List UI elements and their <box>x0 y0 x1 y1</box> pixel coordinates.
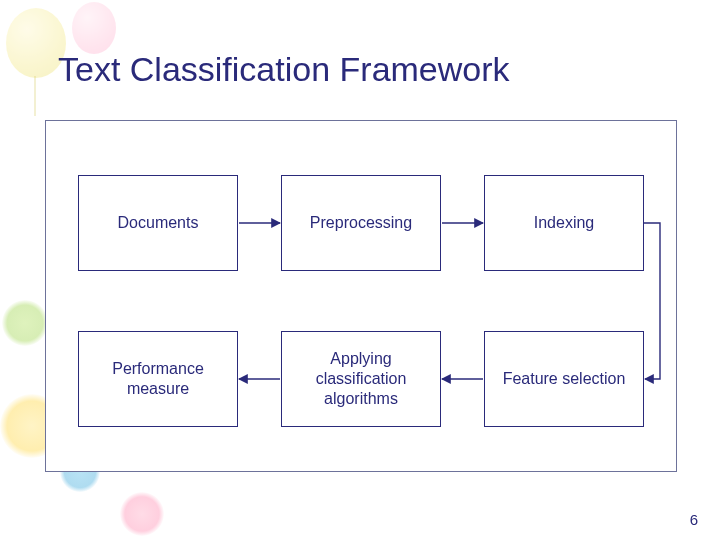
balloon-decoration <box>6 8 66 78</box>
page-title: Text Classification Framework <box>58 50 510 89</box>
starburst-decoration <box>120 492 164 536</box>
diagram-frame: Documents Preprocessing Indexing Perform… <box>45 120 677 472</box>
page-number: 6 <box>690 511 698 528</box>
diagram-arrows <box>46 121 676 471</box>
balloon-decoration <box>72 2 116 54</box>
starburst-decoration <box>2 300 48 346</box>
arrow-indexing-to-feature-selection <box>644 223 660 379</box>
balloon-string-decoration <box>34 76 36 116</box>
